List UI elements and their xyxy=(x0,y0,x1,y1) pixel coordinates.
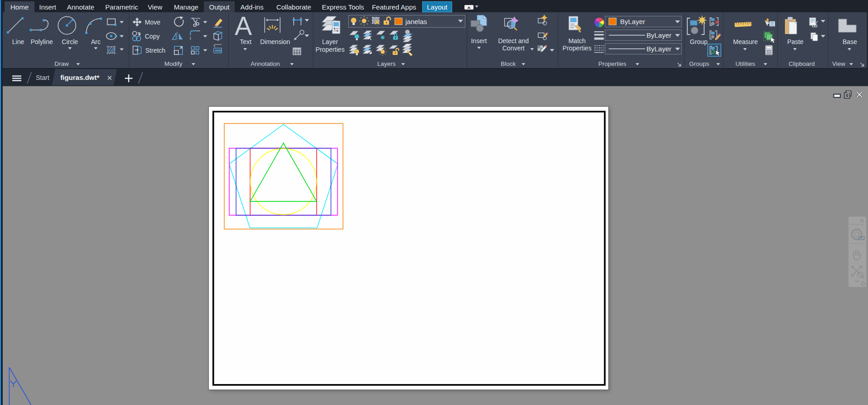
svg-text:2D: 2D xyxy=(858,235,865,242)
